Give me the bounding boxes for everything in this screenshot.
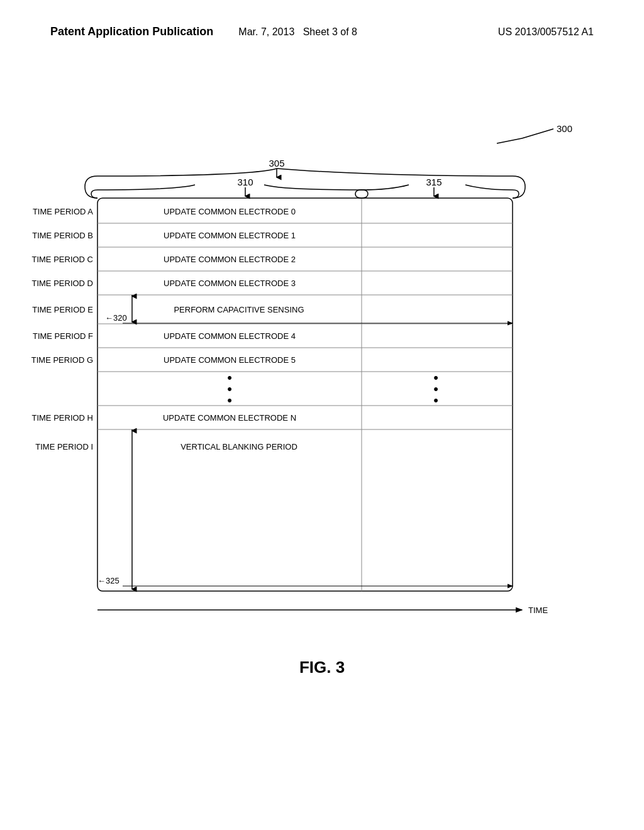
svg-text:UPDATE COMMON ELECTRODE 4: UPDATE COMMON ELECTRODE 4 xyxy=(164,331,296,341)
svg-text:UPDATE COMMON ELECTRODE N: UPDATE COMMON ELECTRODE N xyxy=(163,413,296,423)
svg-text:TIME PERIOD H: TIME PERIOD H xyxy=(31,413,93,423)
svg-text:•: • xyxy=(433,392,438,408)
svg-text:TIME PERIOD B: TIME PERIOD B xyxy=(32,231,93,240)
svg-text:•: • xyxy=(433,381,438,397)
header-date: Mar. 7, 2013 Sheet 3 of 8 xyxy=(238,26,357,38)
svg-text:315: 315 xyxy=(426,177,441,187)
svg-text:UPDATE COMMON ELECTRODE 1: UPDATE COMMON ELECTRODE 1 xyxy=(164,231,296,240)
svg-text:305: 305 xyxy=(269,158,284,169)
svg-text:•: • xyxy=(227,381,232,397)
svg-text:TIME PERIOD A: TIME PERIOD A xyxy=(33,207,93,216)
header-patent: US 2013/0057512 A1 xyxy=(498,26,594,38)
svg-text:•: • xyxy=(227,392,232,408)
svg-text:TIME PERIOD I: TIME PERIOD I xyxy=(35,442,93,451)
svg-text:TIME: TIME xyxy=(528,606,548,615)
header-publication: Patent Application Publication xyxy=(50,25,213,38)
header: Patent Application Publication Mar. 7, 2… xyxy=(0,25,644,38)
svg-text:PERFORM CAPACITIVE SENSING: PERFORM CAPACITIVE SENSING xyxy=(174,305,304,314)
svg-text:TIME PERIOD G: TIME PERIOD G xyxy=(31,355,93,365)
svg-text:FIG. 3: FIG. 3 xyxy=(299,658,345,677)
svg-text:←320: ←320 xyxy=(105,313,127,323)
svg-text:UPDATE COMMON ELECTRODE 0: UPDATE COMMON ELECTRODE 0 xyxy=(164,207,296,216)
svg-text:300: 300 xyxy=(557,123,572,134)
svg-text:•: • xyxy=(433,370,438,385)
svg-text:TIME PERIOD C: TIME PERIOD C xyxy=(31,255,93,264)
svg-text:←325: ←325 xyxy=(97,576,119,585)
svg-text:TIME PERIOD D: TIME PERIOD D xyxy=(31,279,93,288)
svg-text:UPDATE COMMON ELECTRODE 2: UPDATE COMMON ELECTRODE 2 xyxy=(164,255,296,264)
svg-text:310: 310 xyxy=(237,177,253,187)
svg-text:TIME PERIOD F: TIME PERIOD F xyxy=(33,331,93,341)
svg-line-0 xyxy=(522,129,553,138)
svg-text:VERTICAL BLANKING PERIOD: VERTICAL BLANKING PERIOD xyxy=(180,442,297,451)
svg-text:TIME PERIOD E: TIME PERIOD E xyxy=(32,305,93,314)
svg-text:UPDATE COMMON ELECTRODE 3: UPDATE COMMON ELECTRODE 3 xyxy=(164,279,296,288)
svg-text:UPDATE COMMON ELECTRODE 5: UPDATE COMMON ELECTRODE 5 xyxy=(164,355,296,365)
svg-text:•: • xyxy=(227,370,232,385)
svg-line-2 xyxy=(497,138,522,143)
svg-rect-9 xyxy=(97,198,513,591)
